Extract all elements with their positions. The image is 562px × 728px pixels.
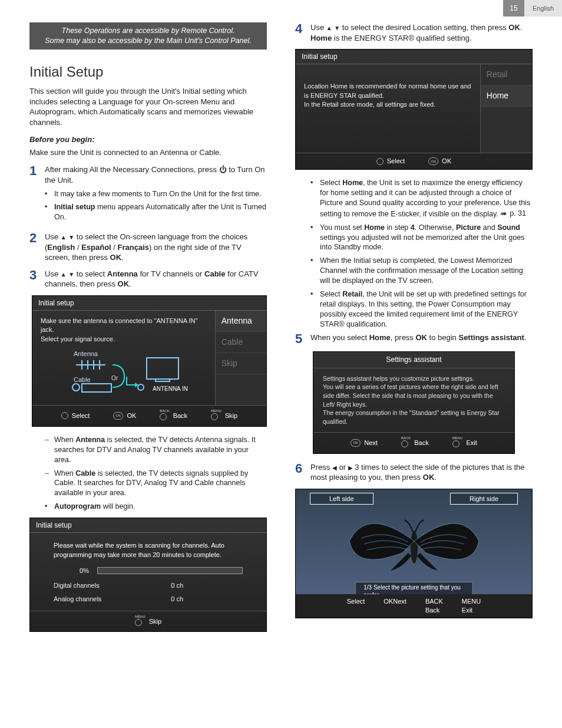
- note-home: Select Home, the Unit is set to maximize…: [310, 178, 533, 219]
- osd-btn-next[interactable]: OKNext: [384, 597, 406, 615]
- osd-sa-line2: You will see a series of test pictures w…: [323, 383, 505, 409]
- osd-btn-skip[interactable]: MENUSkip: [135, 615, 161, 628]
- osd-bottombar: Select OKNext BACKBack MENUExit: [296, 594, 532, 618]
- butterfly-image: [338, 512, 491, 582]
- ok-icon: OK: [384, 598, 393, 605]
- right-column: Use to select the desired Location setti…: [295, 22, 533, 640]
- osd-msg-2: In the Retail store mode, all settings a…: [304, 100, 474, 109]
- page-header: 15 English: [0, 0, 562, 17]
- step-3: Use to select Antenna for TV channels or…: [29, 269, 267, 289]
- osd-btn-exit[interactable]: MENUExit: [462, 597, 481, 615]
- power-icon: [219, 165, 227, 174]
- section-intro: This section will guide you through the …: [29, 86, 267, 127]
- back-icon: [160, 413, 167, 420]
- right-icon: [348, 463, 353, 472]
- osd-msg-2: Select your signal source.: [41, 335, 209, 344]
- osd-btn-ok[interactable]: OKOK: [428, 157, 451, 166]
- osd-scan-msg: Please wait while the system is scanning…: [54, 541, 243, 559]
- left-icon: [332, 463, 337, 472]
- left-column: These Operations are accessible by Remot…: [29, 22, 267, 640]
- svg-rect-1: [82, 384, 111, 392]
- step-1: After making All the Necessary Connectio…: [29, 164, 267, 226]
- osd-option-list: Retail Home: [480, 64, 532, 153]
- osd-btn-back[interactable]: BACKBack: [401, 436, 429, 450]
- svg-point-5: [411, 531, 418, 564]
- osd-btn-back[interactable]: BACKBack: [425, 597, 443, 615]
- osd-progress-pct: 0%: [54, 566, 89, 575]
- osd-btn-select[interactable]: Select: [61, 409, 90, 423]
- osd-option-antenna[interactable]: Antenna: [216, 311, 266, 332]
- up-icon: [326, 23, 332, 32]
- svg-point-0: [72, 384, 80, 391]
- menu-icon: [211, 413, 218, 420]
- osd-btn-ok[interactable]: OKOK: [113, 409, 136, 423]
- osd-title: Initial setup: [32, 296, 266, 311]
- left-side-label[interactable]: Left side: [310, 493, 373, 505]
- osd-option-cable[interactable]: Cable: [216, 332, 266, 353]
- osd-bottombar: OKNext BACKBack MENUExit: [313, 432, 514, 453]
- step-1-sub-1: It may take a few moments to Turn On the…: [45, 189, 267, 199]
- osd-msg-1: Make sure the antenna is connected to "A…: [41, 317, 209, 335]
- page-number: 15: [503, 0, 524, 17]
- page-ref-link[interactable]: ➠ p. 31: [500, 208, 526, 219]
- osd-picture-compare: Left side Right side 1/3 Select the pict…: [295, 489, 533, 618]
- notice-line-2: Some may also be accessible by the Main …: [34, 36, 262, 46]
- section-title: Initial Setup: [29, 62, 267, 81]
- osd-bottombar: Select OKOK: [296, 153, 532, 169]
- right-side-label[interactable]: Right side: [450, 493, 518, 505]
- note-autoprogram: Autoprogram will begin.: [45, 502, 267, 512]
- osd-btn-select[interactable]: Select: [376, 157, 405, 166]
- osd-bottombar: MENUSkip: [30, 611, 266, 632]
- osd-progress-row: 0%: [54, 566, 243, 575]
- osd-title: Settings assistant: [313, 352, 514, 368]
- up-icon: [61, 269, 67, 278]
- before-you-begin-heading: Before you begin:: [29, 134, 267, 145]
- antenna-diagram: Antenna Cable Or ANTENNA IN: [41, 350, 209, 397]
- osd-option-retail[interactable]: Retail: [481, 64, 532, 85]
- before-you-begin-text: Make sure the Unit is connected to an An…: [29, 147, 267, 158]
- menu-icon: [135, 619, 142, 626]
- dpad-icon: [61, 412, 68, 419]
- note-completed: When the Initial setup is completed, the…: [310, 256, 533, 286]
- osd-btn-exit[interactable]: MENUExit: [452, 436, 477, 450]
- osd-option-skip[interactable]: Skip: [216, 353, 266, 374]
- osd-option-list: Antenna Cable Skip: [215, 311, 266, 405]
- osd-btn-next[interactable]: OKNext: [351, 436, 378, 450]
- dpad-icon: [376, 158, 384, 165]
- down-icon: [68, 269, 74, 278]
- osd-initial-setup-scan: Initial setup Please wait while the syst…: [29, 518, 267, 632]
- ok-icon: OK: [351, 439, 361, 447]
- step-1-text-pre: After making All the Necessary Connectio…: [45, 165, 219, 174]
- back-icon: [401, 440, 408, 447]
- note-cable: When Cable is selected, the TV detects s…: [45, 469, 267, 499]
- osd-title: Initial setup: [296, 50, 532, 64]
- osd-progress-bar: [97, 567, 243, 574]
- page-language: English: [524, 0, 562, 17]
- osd-btn-select[interactable]: Select: [347, 597, 365, 615]
- arrow-right-icon: ➠: [500, 208, 507, 219]
- osd-btn-back[interactable]: BACKBack: [160, 409, 187, 423]
- osd-analog-row: Analog channels 0 ch: [54, 595, 243, 604]
- step-4: Use to select the desired Location setti…: [295, 22, 533, 43]
- ok-icon: OK: [428, 157, 438, 165]
- menu-icon: [452, 440, 459, 447]
- osd-sa-line1: Settings assistant helps you customize p…: [323, 374, 505, 383]
- osd-bottombar: Select OKOK BACKBack MENUSkip: [32, 405, 266, 426]
- up-icon: [61, 232, 67, 241]
- osd-digital-row: Digital channels 0 ch: [54, 581, 243, 590]
- osd-initial-setup-source: Initial setup Make sure the antenna is c…: [32, 295, 267, 427]
- step-1-sub-2: Initial setup menu appears Automatically…: [45, 202, 267, 222]
- note-antenna: When Antenna is selected, the TV detects…: [45, 435, 267, 465]
- down-icon: [68, 232, 74, 241]
- step-6: Press or 3 times to select the side of t…: [295, 462, 533, 483]
- osd-settings-assistant: Settings assistant Settings assistant he…: [313, 351, 515, 453]
- osd-btn-skip[interactable]: MENUSkip: [211, 409, 237, 423]
- osd-title: Initial setup: [30, 518, 266, 533]
- step-5: When you select Home, press OK to begin …: [295, 332, 533, 345]
- osd-msg-1: Location Home is recommended for normal …: [304, 82, 474, 100]
- osd-option-home[interactable]: Home: [481, 85, 532, 107]
- note-must-set-home: You must set Home in step 4. Otherwise, …: [310, 223, 533, 253]
- ok-icon: OK: [113, 412, 123, 420]
- osd-initial-setup-location: Initial setup Location Home is recommend…: [295, 49, 533, 170]
- svg-point-4: [138, 384, 144, 390]
